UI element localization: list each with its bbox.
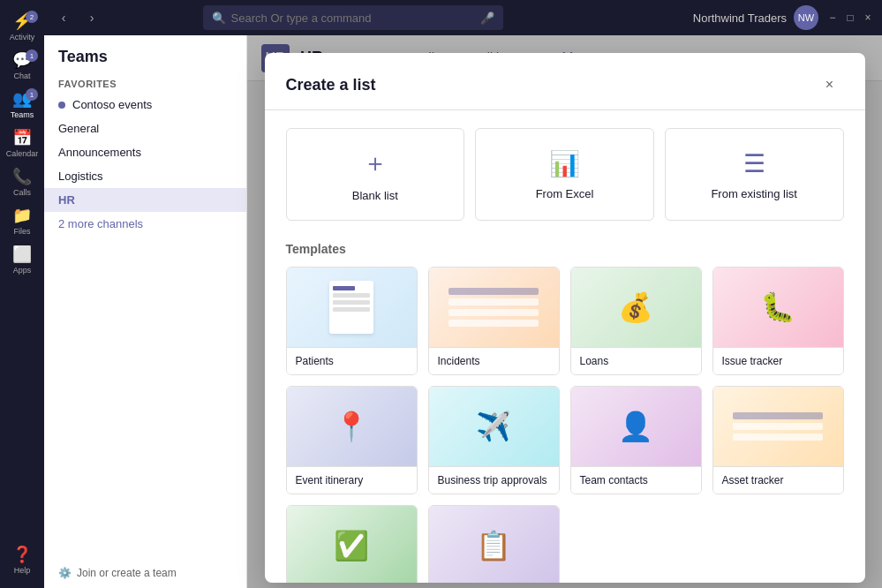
files-icon: 📁: [12, 206, 32, 225]
template-label-business-trip: Business trip approvals: [429, 466, 559, 494]
create-option-blank[interactable]: ＋ Blank list: [286, 128, 465, 221]
minimize-button[interactable]: −: [825, 11, 840, 25]
forward-button[interactable]: ›: [79, 5, 104, 30]
template-thumb-team-contacts: 👤: [571, 387, 701, 466]
template-thumb-incidents: [429, 268, 559, 347]
template-thumb-loans: 💰: [571, 268, 701, 347]
teams-header: Teams: [44, 35, 246, 73]
avatar[interactable]: NW: [794, 5, 818, 30]
channel-label-contoso: Contoso events: [72, 98, 152, 111]
user-name: Northwind Traders: [693, 11, 787, 25]
channel-dot-contoso: [58, 102, 65, 109]
template-thumb-patients: [287, 268, 417, 347]
favorites-label: Favorites: [44, 73, 246, 93]
sidebar-icon-apps[interactable]: ⬜ Apps: [3, 240, 41, 279]
back-button[interactable]: ‹: [51, 5, 76, 30]
main-content: ‹ › 🔍 🎤 Northwind Traders NW − □ × Teams…: [44, 0, 882, 588]
existing-icon: ☰: [743, 149, 765, 178]
template-thumb-asset-tracker: [713, 387, 843, 466]
template-card-team-contacts[interactable]: 👤 Team contacts: [570, 386, 702, 494]
teams-panel: Teams Favorites Contoso events General A…: [44, 35, 247, 588]
template-card-asset-tracker[interactable]: Asset tracker: [712, 386, 844, 494]
search-input[interactable]: [231, 11, 475, 25]
sidebar-icon-chat[interactable]: 💬 Chat 1: [3, 46, 41, 85]
sidebar-icon-calendar[interactable]: 📅 Calendar: [3, 124, 41, 162]
modal-header: Create a list ×: [265, 53, 865, 110]
modal-overlay: Create a list × ＋ Blank list 📊 From Exce…: [247, 35, 882, 588]
template-label-team-contacts: Team contacts: [571, 466, 701, 494]
create-options: ＋ Blank list 📊 From Excel ☰ From existin…: [286, 128, 844, 221]
search-bar: 🔍 🎤: [203, 5, 503, 30]
apps-icon: ⬜: [12, 245, 32, 264]
create-option-excel[interactable]: 📊 From Excel: [475, 128, 654, 221]
excel-icon: 📊: [549, 149, 580, 178]
template-label-issue-tracker: Issue tracker: [713, 347, 843, 374]
sidebar-label-help: Help: [14, 566, 31, 575]
modal-body: ＋ Blank list 📊 From Excel ☰ From existin…: [265, 110, 865, 583]
sidebar-label-apps: Apps: [13, 266, 32, 275]
calendar-icon: 📅: [12, 128, 32, 147]
template-thumb-onboarding: 📋: [429, 506, 559, 583]
excel-label: From Excel: [536, 187, 594, 200]
channel-label-general: General: [58, 122, 99, 135]
search-icon: 🔍: [212, 11, 226, 25]
sidebar-label-calls: Calls: [13, 188, 31, 197]
templates-grid: Patients Incidents 💰 Loans 🐛 Issue track…: [286, 267, 844, 583]
activity-badge: 2: [26, 11, 38, 23]
sidebar-icon-files[interactable]: 📁 Files: [3, 201, 41, 240]
channel-label-announcements: Announcements: [58, 146, 141, 159]
sidebar-icon-teams[interactable]: 👥 Teams 1: [3, 85, 41, 124]
template-thumb-project-planning: ✅: [287, 506, 417, 583]
channel-item-general[interactable]: General: [44, 117, 246, 140]
topbar-nav: ‹ ›: [51, 5, 104, 30]
content-panel: HR HR PostsFilesWikiRecruiting ＋ ⤢ ↻ Cre…: [247, 35, 882, 588]
template-card-onboarding[interactable]: 📋 Onboarding checklist: [428, 505, 560, 583]
templates-label: Templates: [286, 242, 844, 256]
channel-item-logistics[interactable]: Logistics: [44, 164, 246, 188]
topbar-right: Northwind Traders NW − □ ×: [693, 5, 875, 30]
template-thumb-issue-tracker: 🐛: [713, 268, 843, 347]
sidebar-bottom: ❓ Help: [3, 540, 41, 588]
settings-icon: ⚙️: [58, 567, 72, 579]
help-icon: ❓: [12, 545, 32, 564]
template-label-patients: Patients: [287, 347, 417, 374]
template-label-asset-tracker: Asset tracker: [713, 466, 843, 494]
teams-title: Teams: [58, 48, 108, 66]
channel-item-contoso[interactable]: Contoso events: [44, 93, 246, 117]
close-button[interactable]: ×: [861, 11, 875, 25]
more-channels-link[interactable]: 2 more channels: [44, 212, 246, 236]
window-controls: − □ ×: [825, 11, 875, 25]
template-card-event-itinerary[interactable]: 📍 Event itinerary: [286, 386, 418, 494]
template-label-incidents: Incidents: [429, 347, 559, 374]
create-option-existing[interactable]: ☰ From existing list: [665, 128, 844, 221]
sidebar-label-activity: Activity: [10, 33, 35, 41]
modal-close-button[interactable]: ×: [816, 71, 844, 99]
join-create-team[interactable]: ⚙️ Join or create a team: [44, 558, 246, 588]
template-card-incidents[interactable]: Incidents: [428, 267, 560, 375]
chat-badge: 1: [26, 49, 38, 62]
template-label-event-itinerary: Event itinerary: [287, 466, 417, 494]
microphone-icon[interactable]: 🎤: [480, 11, 494, 25]
teams-badge: 1: [26, 88, 38, 101]
channel-item-announcements[interactable]: Announcements: [44, 140, 246, 164]
sidebar-icon-activity[interactable]: ⚡ Activity 2: [3, 7, 41, 46]
join-create-label: Join or create a team: [77, 567, 177, 579]
sidebar-icon-calls[interactable]: 📞 Calls: [3, 162, 41, 201]
sidebar: ⚡ Activity 2 💬 Chat 1 👥 Teams 1 📅 Calend…: [0, 0, 44, 588]
maximize-button[interactable]: □: [843, 11, 857, 25]
channel-item-hr[interactable]: HR: [44, 188, 246, 212]
sidebar-icon-help[interactable]: ❓ Help: [3, 540, 41, 579]
template-card-issue-tracker[interactable]: 🐛 Issue tracker: [712, 267, 844, 375]
topbar: ‹ › 🔍 🎤 Northwind Traders NW − □ ×: [44, 0, 882, 35]
template-card-patients[interactable]: Patients: [286, 267, 418, 375]
template-label-loans: Loans: [571, 347, 701, 374]
modal-title: Create a list: [286, 76, 376, 94]
blank-label: Blank list: [352, 189, 398, 202]
create-list-modal: Create a list × ＋ Blank list 📊 From Exce…: [265, 53, 865, 583]
channel-label-hr: HR: [58, 193, 75, 207]
template-card-business-trip[interactable]: ✈️ Business trip approvals: [428, 386, 560, 494]
template-thumb-event-itinerary: 📍: [287, 387, 417, 466]
template-card-loans[interactable]: 💰 Loans: [570, 267, 702, 375]
template-card-project-planning[interactable]: ✅ Project planning: [286, 505, 418, 583]
calls-icon: 📞: [12, 167, 32, 186]
